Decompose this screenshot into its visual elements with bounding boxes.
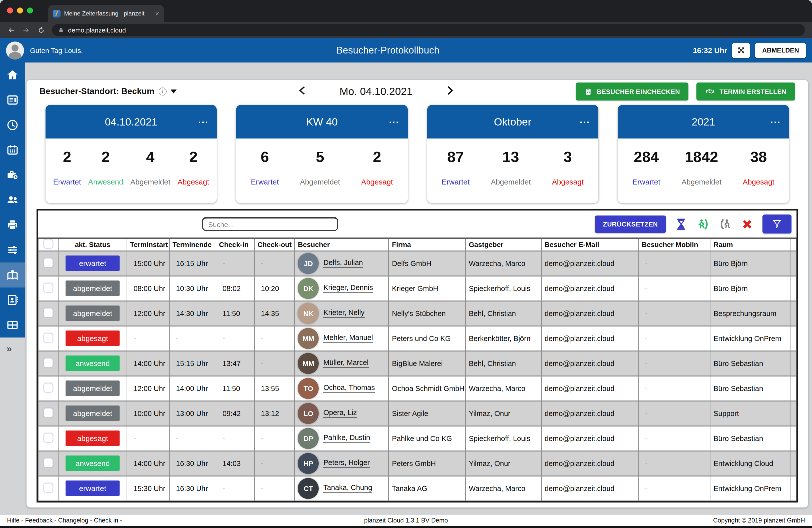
visitor-name-link[interactable]: Delfs, Julian (323, 258, 363, 268)
row-checkbox[interactable] (44, 358, 53, 367)
row-checkbox[interactable] (44, 458, 53, 467)
status-badge[interactable]: abgemeldet (66, 406, 119, 421)
card-menu-icon[interactable]: ... (389, 115, 400, 125)
visitor-name-link[interactable]: Müller, Marcel (323, 359, 369, 368)
sidebar-item-terminal[interactable] (0, 88, 25, 112)
back-icon[interactable] (7, 26, 15, 34)
col-gastgeber[interactable]: Gastgeber (466, 238, 541, 251)
table-row[interactable]: abgesagt - - - - MM Mehler, Manuel Peter… (38, 326, 796, 351)
row-checkbox[interactable] (44, 308, 53, 317)
firma-cell: Peters GmbH (389, 451, 466, 476)
sidebar-item-worktime[interactable] (0, 163, 25, 187)
search-input[interactable] (202, 217, 338, 231)
row-checkbox[interactable] (44, 283, 53, 292)
logout-button[interactable]: ABMELDEN (755, 43, 806, 58)
summary-cards: 04.10.2021 ... 2Erwartet 2Anwesend 4Abge… (27, 103, 808, 203)
visitor-name-link[interactable]: Ochoa, Thomas (323, 383, 375, 393)
table-row[interactable]: abgemeldet 12:00 Uhr 14:00 Uhr 11:50 13:… (38, 376, 796, 401)
gastgeber-cell: Spieckerhoff, Louis (466, 426, 541, 451)
status-badge[interactable]: abgemeldet (66, 281, 119, 296)
table-row[interactable]: erwartet 15:30 Uhr 16:30 Uhr - - CT Tana… (38, 476, 796, 501)
visitor-name-link[interactable]: Krieger, Dennis (323, 284, 373, 293)
col-email[interactable]: Besucher E-Mail (541, 238, 638, 251)
visitor-name-link[interactable]: Opera, Liz (323, 408, 357, 418)
row-checkbox[interactable] (44, 333, 53, 342)
col-besucher[interactable]: Besucher (295, 238, 389, 251)
sidebar-item-visitor-logbook[interactable] (0, 262, 25, 287)
status-badge[interactable]: anwesend (66, 356, 119, 371)
card-menu-icon[interactable]: ... (198, 115, 208, 125)
card-menu-icon[interactable]: ... (770, 115, 781, 125)
col-terminstart[interactable]: Terminstart (127, 238, 169, 251)
sidebar-expand-icon[interactable]: » (0, 337, 25, 361)
table-row[interactable]: abgemeldet 08:00 Uhr 10:30 Uhr 08:02 10:… (38, 276, 796, 301)
chevron-down-icon[interactable] (170, 90, 176, 93)
sidebar-item-home[interactable] (0, 62, 25, 88)
reload-icon[interactable] (37, 26, 45, 34)
close-window-button[interactable] (7, 7, 13, 14)
visitor-name-link[interactable]: Mehler, Manuel (323, 333, 373, 343)
row-checkbox[interactable] (44, 483, 53, 493)
info-icon[interactable]: i (158, 88, 166, 95)
col-firma[interactable]: Firma (389, 238, 466, 251)
location-selector[interactable]: Besucher-Standort: Beckum i (40, 87, 176, 96)
row-checkbox[interactable] (44, 408, 53, 417)
reset-filter-button[interactable]: ZURÜCKSETZEN (595, 215, 666, 233)
user-avatar[interactable] (6, 41, 24, 59)
table-row[interactable]: abgesagt - - - - DP Pahlke, Dustin Pahlk… (38, 426, 796, 451)
visitor-name-link[interactable]: Krieter, Nelly (323, 308, 364, 318)
sidebar-item-settings[interactable] (0, 238, 25, 262)
minimize-window-button[interactable] (17, 7, 23, 14)
check-in-visitor-button[interactable]: BESUCHER EINCHECKEN (576, 82, 688, 101)
status-badge[interactable]: anwesend (66, 455, 119, 471)
check-out-filter-icon[interactable] (719, 217, 732, 231)
previous-day-button[interactable] (298, 85, 307, 99)
forward-icon[interactable] (22, 26, 30, 34)
row-checkbox[interactable] (44, 258, 53, 267)
tab-close-icon[interactable]: × (155, 10, 159, 17)
funnel-icon (771, 218, 782, 229)
status-badge[interactable]: abgesagt (66, 431, 119, 446)
zoom-window-button[interactable] (27, 7, 33, 14)
visitor-name-link[interactable]: Pahlke, Dustin (323, 434, 370, 443)
select-all-checkbox[interactable] (44, 239, 53, 249)
row-checkbox[interactable] (44, 383, 53, 392)
col-raum[interactable]: Raum (710, 238, 790, 251)
address-bar[interactable]: demo.planzeit.cloud (52, 24, 805, 36)
browser-tab[interactable]: Meine Zeiterfassung - planzeit × (48, 5, 164, 22)
sidebar-item-time[interactable] (0, 112, 25, 137)
sidebar-item-overview[interactable] (0, 313, 25, 337)
col-checkout[interactable]: Check-out (254, 238, 295, 251)
sidebar-item-contacts[interactable] (0, 287, 25, 313)
check-in-filter-icon[interactable] (696, 217, 710, 231)
fullscreen-button[interactable] (732, 43, 750, 58)
row-checkbox[interactable] (44, 433, 53, 442)
card-menu-icon[interactable]: ... (580, 115, 590, 125)
status-badge[interactable]: abgemeldet (66, 305, 119, 321)
status-badge[interactable]: erwartet (66, 256, 119, 271)
visitor-name-link[interactable]: Tanaka, Chung (323, 484, 372, 493)
col-terminende[interactable]: Terminende (169, 238, 216, 251)
status-badge[interactable]: abgemeldet (66, 380, 119, 396)
sidebar-item-print[interactable] (0, 212, 25, 238)
col-checkin[interactable]: Check-in (216, 238, 254, 251)
status-badge[interactable]: abgesagt (66, 331, 119, 346)
table-row[interactable]: abgemeldet 10:00 Uhr 13:00 Uhr 09:42 13:… (38, 401, 796, 426)
hourglass-filter-icon[interactable] (675, 217, 688, 231)
table-row[interactable]: anwesend 14:00 Uhr 15:15 Uhr 13:47 - MM … (38, 351, 796, 376)
table-row[interactable]: anwesend 14:00 Uhr 16:30 Uhr 14:03 - HP … (38, 451, 796, 476)
avatar: DK (298, 278, 319, 299)
table-row[interactable]: erwartet 15:00 Uhr 16:15 Uhr - - JD Delf… (38, 251, 796, 276)
visitor-name-link[interactable]: Peters, Holger (323, 458, 370, 468)
col-status[interactable]: akt. Status (59, 238, 127, 251)
status-badge[interactable]: erwartet (66, 481, 119, 496)
footer-links[interactable]: Hilfe - Feedback - Changelog - Check in … (7, 517, 273, 524)
cancel-filter-icon[interactable] (740, 217, 754, 231)
col-mobil[interactable]: Besucher Mobiln (638, 238, 710, 251)
table-row[interactable]: abgemeldet 12:00 Uhr 14:30 Uhr 11:50 14:… (38, 301, 796, 326)
create-appointment-button[interactable]: TERMIN ERSTELLEN (696, 82, 795, 101)
filter-button[interactable] (763, 214, 792, 233)
sidebar-item-users[interactable] (0, 187, 25, 212)
sidebar-item-calendar[interactable] (0, 137, 25, 163)
next-day-button[interactable] (445, 85, 454, 99)
